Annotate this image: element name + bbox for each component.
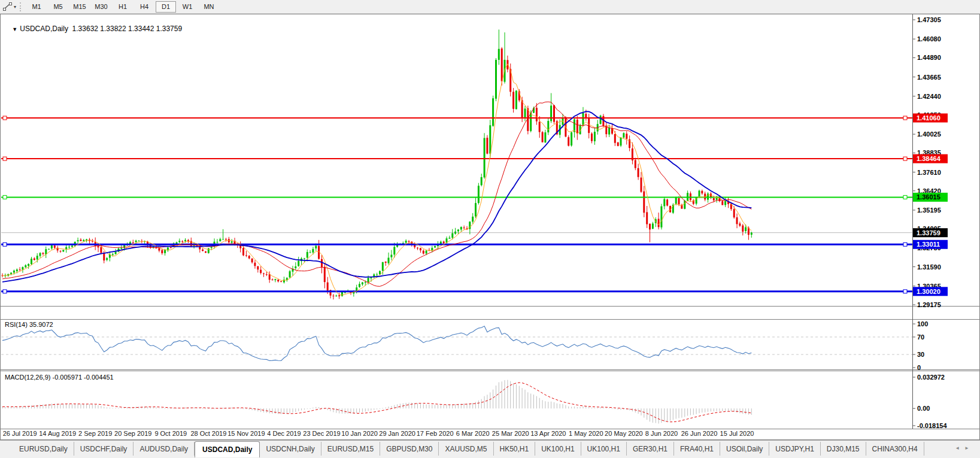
timeframe-button-h1[interactable]: H1 xyxy=(113,1,133,13)
axis-label: 1.33759 xyxy=(917,229,940,236)
axis-label: 13 Apr 2020 xyxy=(530,430,566,437)
chart-title-text: USDCAD,Daily 1.33632 1.33822 1.33442 1.3… xyxy=(20,25,182,33)
axis-label: 2 Sep 2019 xyxy=(78,430,112,437)
axis-label: 1.43665 xyxy=(917,74,941,81)
timeframe-button-h4[interactable]: H4 xyxy=(134,1,154,13)
hline-handle[interactable] xyxy=(903,195,907,199)
axis-label: 1.33011 xyxy=(917,241,940,248)
axis-label: 17 Feb 2020 xyxy=(417,430,454,437)
axis-label: 1.47305 xyxy=(917,16,941,23)
tab-scroll-left-icon[interactable]: ◄ xyxy=(955,445,964,451)
toolbar-grip[interactable] xyxy=(20,2,23,11)
tab-xauusd-m5[interactable]: XAUUSD,M5 xyxy=(439,442,493,456)
tab-ger30-h1[interactable]: GER30,H1 xyxy=(627,442,674,456)
chart-tabs: EURUSD,DailyUSDCHF,DailyAUDUSD,DailyUSDC… xyxy=(0,441,924,457)
tab-usdcnh-daily[interactable]: USDCNH,Daily xyxy=(260,442,321,456)
axis-label: 15 Nov 2019 xyxy=(227,430,265,437)
axis-label: 30 xyxy=(917,351,924,358)
tab-uk100-h1-2[interactable]: UK100,H1 xyxy=(581,442,627,456)
axis-label: 1.35195 xyxy=(917,207,941,214)
tab-scroll-right-icon[interactable]: ► xyxy=(964,445,974,451)
tab-fra40-h1[interactable]: FRA40,H1 xyxy=(674,442,720,456)
tab-usoil-daily[interactable]: USOil,Daily xyxy=(720,442,769,456)
macd-indicator-label: MACD(12,26,9) -0.005971 -0.004451 xyxy=(5,374,114,381)
hline-handle[interactable] xyxy=(903,242,907,246)
tool-dropdown-icon[interactable]: ▾ xyxy=(14,4,16,10)
timeframe-button-m15[interactable]: M15 xyxy=(69,1,90,13)
axis-label: 1 May 2020 xyxy=(569,430,603,437)
hline-handle[interactable] xyxy=(3,116,7,120)
timeframes-toolbar: ▾ M1M5M15M30H1H4D1W1MN xyxy=(0,0,980,14)
timeframe-button-d1[interactable]: D1 xyxy=(156,1,176,13)
tab-hk50-h1[interactable]: HK50,H1 xyxy=(494,442,536,456)
axis-label: 70 xyxy=(917,333,924,341)
tab-eurusd-m15[interactable]: EURUSD,M15 xyxy=(321,442,380,456)
axis-label: 29 Jan 2020 xyxy=(379,430,415,437)
axis-label: 6 Mar 2020 xyxy=(456,430,490,437)
chart-title: ▼USDCAD,Daily 1.33632 1.33822 1.33442 1.… xyxy=(4,16,182,41)
axis-label: 14 Aug 2019 xyxy=(39,430,76,437)
hline-handle[interactable] xyxy=(903,290,907,293)
tab-usdcad-daily[interactable]: USDCAD,Daily xyxy=(195,441,260,457)
axis-label: 100 xyxy=(917,320,928,327)
tab-dj30-m15[interactable]: DJ30,M15 xyxy=(821,442,866,456)
tab-audusd-daily[interactable]: AUDUSD,Daily xyxy=(134,442,195,456)
axis-label: 1.37610 xyxy=(917,169,941,176)
chart-tabbar: EURUSD,DailyUSDCHF,DailyAUDUSD,DailyUSDC… xyxy=(0,440,980,458)
axis-label: 15 Jul 2020 xyxy=(720,430,754,437)
crosshair-tool-icon[interactable] xyxy=(2,2,13,11)
axis-label: 0.032972 xyxy=(917,374,945,381)
axis-label: 28 Oct 2019 xyxy=(190,430,226,437)
axis-label: 1.41060 xyxy=(917,114,940,122)
axis-label: 26 Jul 2019 xyxy=(3,430,37,437)
tab-eurusd-daily[interactable]: EURUSD,Daily xyxy=(13,442,74,456)
tab-usdjpy-h1[interactable]: USDJPY,H1 xyxy=(769,442,820,456)
tab-gbpusd-m30[interactable]: GBPUSD,M30 xyxy=(380,442,439,456)
axis-label: 1.29175 xyxy=(917,301,941,308)
timeframe-button-mn[interactable]: MN xyxy=(199,1,219,13)
axis-label: 1.30020 xyxy=(917,288,940,295)
tab-scroll-buttons: ◄► xyxy=(955,445,974,451)
axis-label: 1.38464 xyxy=(917,155,941,162)
axis-label: 26 Jun 2020 xyxy=(681,430,718,437)
timeframe-button-m5[interactable]: M5 xyxy=(48,1,68,13)
axis-label: 1.46080 xyxy=(917,35,941,43)
axis-label: 0.00 xyxy=(917,405,930,412)
cursor-tool-group: ▾ xyxy=(0,2,19,11)
axis-label: 23 Dec 2019 xyxy=(303,430,340,437)
hline-handle[interactable] xyxy=(903,157,907,160)
timeframe-button-m30[interactable]: M30 xyxy=(91,1,111,13)
axis-label: 20 May 2020 xyxy=(605,430,643,437)
axis-label: 1.31590 xyxy=(917,263,941,271)
axis-label: 25 Mar 2020 xyxy=(492,430,529,437)
hline-handle[interactable] xyxy=(3,195,7,199)
mt4-window: ▾ M1M5M15M30H1H4D1W1MN 1.473051.460801.4… xyxy=(0,0,980,458)
timeframe-button-m1[interactable]: M1 xyxy=(26,1,47,13)
axis-label: -0.018154 xyxy=(917,422,947,429)
rsi-indicator-label: RSI(14) 35.9072 xyxy=(5,321,53,328)
timeframe-button-w1[interactable]: W1 xyxy=(177,1,198,13)
hline-handle[interactable] xyxy=(3,157,7,160)
axis-label: 1.36015 xyxy=(917,193,940,201)
symbol-dropdown-icon[interactable]: ▼ xyxy=(12,26,17,32)
axis-label: 4 Dec 2019 xyxy=(267,430,301,437)
axis-label: 1.44890 xyxy=(917,54,941,61)
axis-label: 10 Jan 2020 xyxy=(341,430,378,437)
axis-label: 9 Oct 2019 xyxy=(154,430,187,437)
axis-label: 0 xyxy=(917,364,921,371)
hline-handle[interactable] xyxy=(3,242,7,246)
tab-usdchf-daily[interactable]: USDCHF,Daily xyxy=(74,442,134,456)
tab-uk100-h1[interactable]: UK100,H1 xyxy=(535,442,581,456)
hline-handle[interactable] xyxy=(3,290,7,293)
chart-canvas[interactable]: 1.473051.460801.448901.436651.424401.412… xyxy=(0,0,980,458)
axis-label: 8 Jun 2020 xyxy=(645,430,678,437)
axis-label: 1.40025 xyxy=(917,131,941,138)
hline-handle[interactable] xyxy=(903,116,907,120)
tab-china300-h4[interactable]: CHINA300,H4 xyxy=(866,442,924,456)
axis-label: 20 Sep 2019 xyxy=(114,430,151,437)
timeframe-buttons: M1M5M15M30H1H4D1W1MN xyxy=(26,1,220,13)
axis-label: 1.42440 xyxy=(917,93,941,100)
